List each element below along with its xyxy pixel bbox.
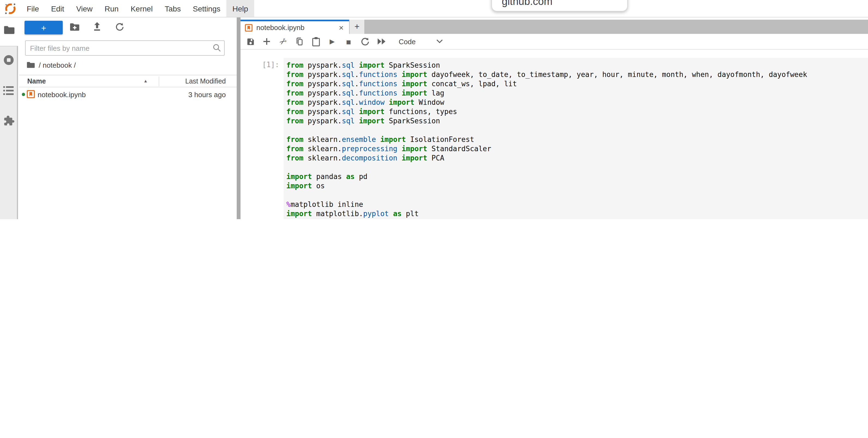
search-icon xyxy=(213,43,221,52)
running-kernels-icon[interactable] xyxy=(3,54,15,66)
tab-close-icon[interactable]: × xyxy=(338,24,345,32)
menu-kernel[interactable]: Kernel xyxy=(125,0,159,17)
column-header-name[interactable]: Name xyxy=(27,78,46,85)
jupyterlab-window: File Edit View Run Kernel Tabs Settings … xyxy=(0,0,868,219)
notebook-toolbar: ✂ ▶ ■ xyxy=(241,34,868,50)
notebook-tab-icon xyxy=(245,24,252,31)
popup-text: github.com xyxy=(502,0,627,8)
file-row[interactable]: notebook.ipynb 3 hours ago xyxy=(19,88,237,101)
upload-icon[interactable] xyxy=(93,22,101,32)
filter-files-input[interactable] xyxy=(25,40,225,56)
sort-ascending-icon: ▲ xyxy=(144,79,148,84)
tab-notebook[interactable]: notebook.ipynb × xyxy=(241,20,349,34)
filter-files-field xyxy=(25,40,225,56)
column-divider xyxy=(159,77,159,86)
menu-edit[interactable]: Edit xyxy=(45,0,70,17)
code-editor[interactable]: from pyspark.sql import SparkSessionfrom… xyxy=(284,58,868,219)
insert-cell-icon[interactable] xyxy=(260,35,273,48)
main-area: notebook.ipynb × + ✂ xyxy=(241,17,868,219)
input-prompt: [1]: xyxy=(243,58,284,219)
menu-view[interactable]: View xyxy=(70,0,98,17)
cutoff-popup: github.com xyxy=(491,0,628,11)
new-tab-button[interactable]: + xyxy=(350,20,364,34)
cell-type-value: Code xyxy=(399,37,415,46)
column-header-modified[interactable]: Last Modified xyxy=(185,78,226,85)
kernel-running-dot xyxy=(22,93,25,96)
breadcrumb[interactable]: / notebook / xyxy=(27,61,76,69)
cut-cells-icon[interactable]: ✂ xyxy=(277,35,289,48)
notebook-file-icon xyxy=(27,90,35,98)
copy-cells-icon[interactable] xyxy=(293,35,306,48)
new-folder-icon[interactable] xyxy=(70,23,80,31)
restart-run-all-icon[interactable] xyxy=(375,35,388,48)
extensions-icon[interactable] xyxy=(3,115,15,127)
restart-kernel-icon[interactable] xyxy=(358,35,371,48)
menu-help[interactable]: Help xyxy=(226,0,254,17)
save-icon[interactable] xyxy=(244,35,257,48)
file-browser-tab-icon[interactable] xyxy=(4,26,15,34)
file-modified-time: 3 hours ago xyxy=(188,91,226,99)
cell-type-dropdown[interactable]: Code xyxy=(399,37,443,46)
file-browser-panel: + xyxy=(19,18,237,219)
refresh-icon[interactable] xyxy=(115,22,124,32)
file-list-header: Name ▲ Last Modified xyxy=(19,75,237,87)
paste-cells-icon[interactable] xyxy=(309,35,322,48)
breadcrumb-folder-icon xyxy=(27,62,35,68)
new-launcher-button[interactable]: + xyxy=(25,21,63,34)
chevron-down-icon xyxy=(436,39,443,43)
menu-tabs[interactable]: Tabs xyxy=(159,0,187,17)
run-cell-icon[interactable]: ▶ xyxy=(326,35,339,48)
cell-list: [1]:from pyspark.sql import SparkSession… xyxy=(241,50,868,219)
code-cell: [1]:from pyspark.sql import SparkSession… xyxy=(243,58,868,219)
menu-bar: File Edit View Run Kernel Tabs Settings … xyxy=(0,0,868,18)
tab-label: notebook.ipynb xyxy=(256,24,338,32)
interrupt-kernel-icon[interactable]: ■ xyxy=(342,35,355,48)
app-logo-icon xyxy=(4,2,17,14)
breadcrumb-path: / notebook / xyxy=(39,61,76,69)
tab-bar: notebook.ipynb × + xyxy=(241,20,868,34)
menu-run[interactable]: Run xyxy=(99,0,125,17)
activity-bar xyxy=(0,46,18,219)
table-of-contents-icon[interactable] xyxy=(3,86,14,95)
menu-file[interactable]: File xyxy=(21,0,45,17)
panel-splitter[interactable] xyxy=(237,17,241,219)
menu-settings[interactable]: Settings xyxy=(187,0,226,17)
file-name: notebook.ipynb xyxy=(38,91,86,99)
